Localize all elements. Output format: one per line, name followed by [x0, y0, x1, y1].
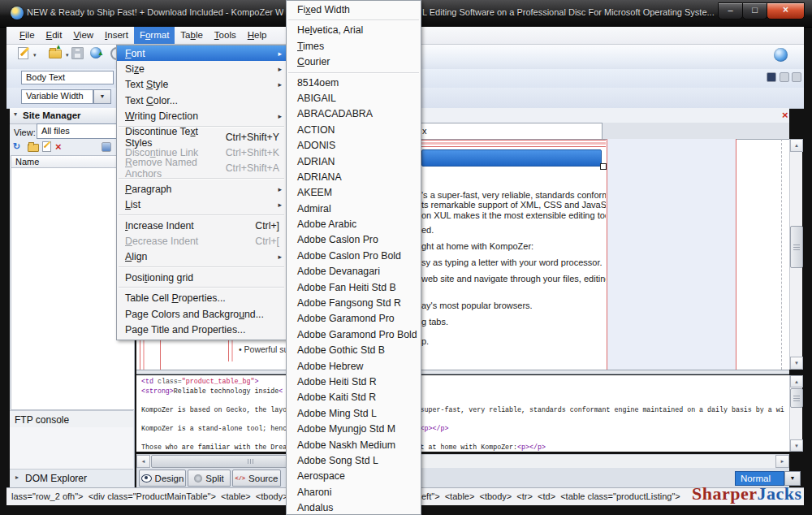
mode-icon-light2[interactable]: [792, 72, 801, 82]
editor-hscrollbar[interactable]: ◄ ►: [136, 454, 789, 468]
browser-globe-icon[interactable]: [774, 48, 788, 62]
font-menu-item[interactable]: Adobe Garamond Pro: [287, 311, 421, 327]
dom-explorer-header[interactable]: ▸ DOM Explorer: [10, 469, 133, 489]
panel-view-icon[interactable]: [102, 142, 111, 152]
maximize-button[interactable]: □: [742, 2, 767, 19]
font-menu-item[interactable]: Adobe Naskh Medium: [287, 438, 421, 453]
resize-handle[interactable]: [600, 163, 607, 170]
source-vscrollbar[interactable]: ▲ ▼: [789, 375, 802, 452]
font-menu-item[interactable]: Admiral: [287, 201, 421, 217]
font-menu-item[interactable]: Aerospace: [287, 469, 421, 484]
source-view[interactable]: <td class="product_table_bg"><strong>Rel…: [136, 375, 789, 452]
menu-table[interactable]: Table: [175, 27, 209, 44]
menu-item-text-style[interactable]: Text Style ▸: [117, 77, 286, 93]
font-menu-item[interactable]: Adobe Kaiti Std R: [287, 390, 421, 405]
design-vscrollbar[interactable]: ▲ ▼: [789, 139, 802, 370]
font-menu-item[interactable]: Andalus: [287, 500, 421, 515]
menu-item-positioning-grid[interactable]: Positioning grid: [117, 270, 286, 285]
menu-item-increase-indent[interactable]: Increase Indent Ctrl+]: [117, 218, 286, 233]
scroll-down-icon[interactable]: ▼: [790, 357, 803, 370]
font-menu-item-fixed-width[interactable]: Fixed Width: [287, 2, 421, 18]
new-folder-icon[interactable]: [28, 144, 39, 152]
save-icon[interactable]: [71, 47, 84, 59]
font-menu-item[interactable]: ABIGAIL: [287, 91, 421, 106]
font-menu-item[interactable]: ACTION: [287, 123, 421, 138]
menu-item-discontinue-text-styles[interactable]: Discontinue Text Styles Ctrl+Shift+Y: [117, 129, 286, 145]
open-icon[interactable]: [49, 50, 62, 58]
delete-icon[interactable]: ×: [55, 141, 62, 153]
source-vscroll-thumb[interactable]: [790, 388, 803, 408]
open-dropdown-icon[interactable]: ▾: [66, 52, 69, 58]
design-vscroll-thumb[interactable]: [790, 226, 803, 268]
font-menu-item[interactable]: Adobe Devanagari: [287, 264, 421, 279]
menu-item-writing-direction[interactable]: Writing Direction ▸: [117, 109, 286, 124]
menu-format[interactable]: Format: [134, 27, 175, 44]
status-tag-path-left[interactable]: lass="row_2 ofh"> <div class="ProductMai…: [11, 491, 286, 501]
font-menu-item[interactable]: Aharoni: [287, 485, 421, 500]
font-menu-item[interactable]: Adobe Song Std L: [287, 453, 421, 469]
font-width-dropdown-icon[interactable]: ▼: [93, 89, 111, 104]
status-tag-path-right[interactable]: eft"> <table> <tbody> <tr> <td> <table c…: [421, 491, 680, 501]
font-menu-item[interactable]: AKEEM: [287, 185, 421, 201]
menu-item-page-title-properties[interactable]: Page Title and Properties...: [117, 322, 286, 337]
scroll-down-icon[interactable]: ▼: [790, 439, 803, 452]
font-menu-item[interactable]: Adobe Caslon Pro: [287, 232, 421, 248]
menu-help[interactable]: Help: [242, 27, 273, 44]
menu-item-align[interactable]: Align ▸: [117, 249, 286, 265]
new-dropdown-icon[interactable]: ▾: [33, 52, 37, 58]
mode-icon-light1[interactable]: [780, 72, 789, 82]
dom-collapsed-icon[interactable]: ▸: [15, 474, 19, 481]
font-width-select[interactable]: Variable Width: [21, 89, 93, 104]
minimize-button[interactable]: –: [718, 2, 743, 19]
menu-item-size[interactable]: Size ▸: [117, 61, 286, 76]
pane-splitter[interactable]: [136, 370, 789, 374]
table-cell-region[interactable]: [607, 139, 736, 370]
font-menu-item[interactable]: Adobe Myungjo Std M: [287, 422, 421, 437]
font-menu-item[interactable]: Adobe Fangsong Std R: [287, 296, 421, 311]
name-column-header[interactable]: Name: [11, 155, 133, 168]
menu-item-list[interactable]: List ▸: [117, 197, 286, 213]
refresh-icon[interactable]: ↻: [13, 141, 24, 152]
collapse-icon[interactable]: ▾: [14, 110, 17, 118]
font-menu-item-times[interactable]: Times: [287, 39, 421, 54]
mode-icon-dark[interactable]: [767, 72, 776, 82]
scroll-up-icon[interactable]: ▲: [790, 139, 803, 152]
paragraph-format-select[interactable]: Body Text: [21, 71, 114, 84]
menu-item-text-color[interactable]: Text Color...: [117, 93, 286, 108]
font-menu-item[interactable]: Adobe Caslon Pro Bold: [287, 249, 421, 264]
tab-close-icon[interactable]: ×: [782, 109, 788, 121]
font-menu-item[interactable]: Adobe Heiti Std R: [287, 374, 421, 390]
menu-item-font[interactable]: Font ▸: [117, 45, 286, 61]
menu-edit[interactable]: Edit: [41, 27, 68, 44]
font-menu-item[interactable]: Adobe Arabic: [287, 217, 421, 232]
scroll-up-icon[interactable]: ▲: [790, 375, 803, 387]
menu-item-table-cell-properties[interactable]: Table Cell Properties...: [117, 290, 286, 305]
scroll-right-icon[interactable]: ►: [775, 455, 789, 468]
font-menu-item-helvetica-arial[interactable]: Helvetica, Arial: [287, 23, 421, 38]
tab-source[interactable]: </> Source: [232, 470, 281, 487]
ftp-console-header[interactable]: FTP console: [10, 410, 133, 429]
font-menu-item[interactable]: ADONIS: [287, 138, 421, 154]
menu-file[interactable]: File: [14, 27, 41, 44]
font-menu-item[interactable]: Adobe Hebrew: [287, 359, 421, 374]
tab-design[interactable]: Design: [139, 470, 186, 487]
font-menu-item[interactable]: Adobe Garamond Pro Bold: [287, 327, 421, 343]
selected-element[interactable]: [421, 149, 602, 167]
menu-view[interactable]: View: [67, 27, 99, 44]
font-menu-item[interactable]: Adobe Ming Std L: [287, 406, 421, 422]
scroll-left-icon[interactable]: ◄: [136, 455, 150, 468]
font-menu-item[interactable]: ADRIANA: [287, 170, 421, 185]
font-menu-item[interactable]: ABRACADABRA: [287, 106, 421, 122]
site-manager-header[interactable]: ▾ Site Manager: [10, 108, 133, 124]
close-button[interactable]: ×: [767, 2, 805, 19]
font-menu-item-courier[interactable]: Courier: [287, 54, 421, 70]
menu-insert[interactable]: Insert: [99, 27, 134, 44]
menu-item-page-colors-background[interactable]: Page Colors and Background...: [117, 306, 286, 322]
font-menu-item[interactable]: Adobe Fan Heiti Std B: [287, 280, 421, 296]
tab-split[interactable]: Split: [188, 470, 231, 487]
font-menu-item[interactable]: ADRIAN: [287, 154, 421, 170]
menu-item-paragraph[interactable]: Paragraph ▸: [117, 181, 286, 197]
menu-tools[interactable]: Tools: [209, 27, 242, 44]
font-menu-item[interactable]: 8514oem: [287, 76, 421, 91]
font-menu-item[interactable]: Adobe Gothic Std B: [287, 343, 421, 358]
